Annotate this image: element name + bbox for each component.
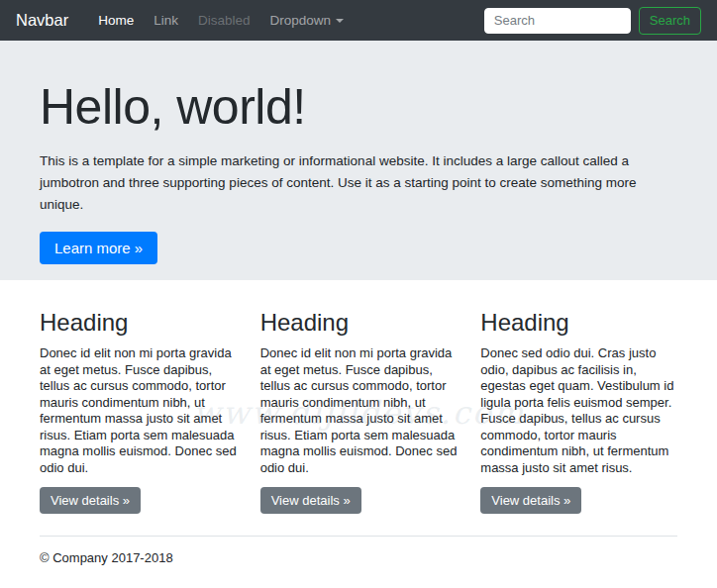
navbar-nav: Home Link Disabled Dropdown	[88, 0, 354, 41]
nav-item-dropdown[interactable]: Dropdown	[260, 13, 355, 28]
learn-more-button[interactable]: Learn more »	[40, 232, 157, 264]
column-2: Heading Donec id elit non mi porta gravi…	[260, 280, 463, 514]
column-text: Donec id elit non mi porta gravida at eg…	[40, 345, 243, 476]
column-heading: Heading	[260, 309, 463, 337]
column-heading: Heading	[40, 309, 243, 337]
search-button[interactable]: Search	[639, 7, 701, 35]
nav-item-link[interactable]: Link	[144, 13, 188, 28]
view-details-button-1[interactable]: View details »	[40, 487, 141, 514]
search-form: Search	[484, 7, 701, 35]
page-title: Hello, world!	[40, 80, 677, 135]
search-input[interactable]	[484, 8, 631, 34]
jumbotron: Hello, world! This is a template for a s…	[0, 41, 717, 280]
column-text: Donec sed odio dui. Cras justo odio, dap…	[480, 345, 677, 476]
column-3: Heading Donec sed odio dui. Cras justo o…	[480, 280, 677, 514]
view-details-button-2[interactable]: View details »	[260, 487, 361, 514]
nav-item-home[interactable]: Home	[88, 13, 144, 28]
view-details-button-3[interactable]: View details »	[480, 487, 581, 514]
caret-down-icon	[336, 19, 344, 23]
footer: © Company 2017-2018	[0, 536, 717, 565]
dropdown-label: Dropdown	[270, 13, 332, 28]
jumbotron-lead: This is a template for a simple marketin…	[40, 150, 677, 216]
copyright-text: © Company 2017-2018	[40, 550, 677, 565]
navbar-brand[interactable]: Navbar	[16, 11, 68, 30]
column-1: Heading Donec id elit non mi porta gravi…	[40, 280, 243, 514]
nav-item-disabled: Disabled	[188, 13, 260, 28]
footer-divider	[40, 536, 677, 537]
navbar: Navbar Home Link Disabled Dropdown Searc…	[0, 0, 717, 41]
content-columns: Heading Donec id elit non mi porta gravi…	[0, 280, 717, 514]
column-heading: Heading	[480, 309, 677, 337]
column-text: Donec id elit non mi porta gravida at eg…	[260, 345, 463, 476]
